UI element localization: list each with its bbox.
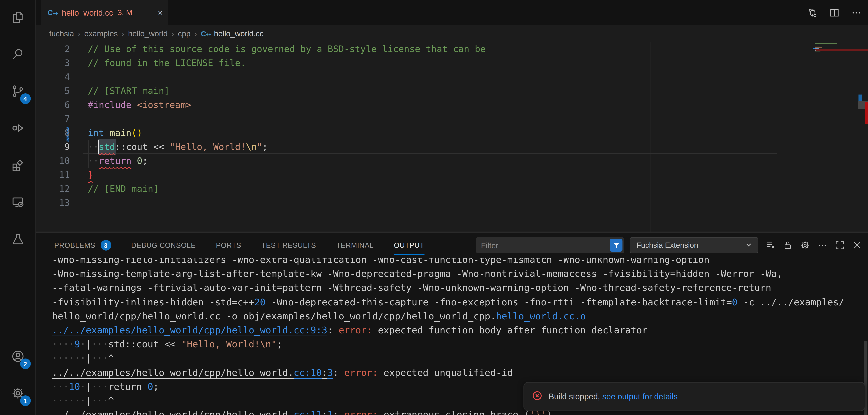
output-token: error:: [344, 409, 378, 415]
activity-explorer[interactable]: [0, 0, 36, 37]
output-token: ···: [91, 339, 108, 350]
breadcrumb-item-cpp[interactable]: cpp: [178, 29, 190, 38]
output-file-link[interactable]: cc:10: [293, 367, 322, 378]
code-token: [131, 156, 137, 166]
tab-hello-world-cc[interactable]: C++ hello_world.cc 3, M ×: [41, 0, 168, 25]
code-token: // [END main]: [88, 184, 159, 194]
code-token: ··: [88, 141, 99, 152]
open-changes-icon[interactable]: [806, 6, 819, 19]
activity-search[interactable]: [0, 37, 36, 74]
output-filter: [476, 237, 624, 253]
panel-tab-label: DEBUG CONSOLE: [131, 241, 196, 250]
output-line: ······|···^: [52, 351, 114, 365]
breadcrumb-item-fuchsia[interactable]: fuchsia: [49, 29, 74, 38]
close-tab-icon[interactable]: ×: [158, 8, 163, 17]
panel-tab-test-results[interactable]: TEST RESULTS: [261, 233, 316, 258]
output-token: ^: [108, 395, 114, 406]
output-token: :: [333, 367, 344, 378]
output-line: ····9·|···std::cout << "Hello, World!\n"…: [52, 338, 282, 352]
files-icon: [10, 10, 25, 27]
output-file-link[interactable]: cc:11: [293, 409, 322, 415]
output-file-link[interactable]: :: [322, 367, 328, 378]
code-line-13[interactable]: 13: [36, 196, 868, 210]
editor-group: C++ hello_world.cc 3, M × fuchsia›exampl…: [36, 0, 868, 415]
output-token: ···: [52, 381, 69, 392]
extensions-icon: [10, 158, 25, 174]
code-line-4[interactable]: 4: [36, 70, 868, 84]
code-token: main: [110, 128, 131, 138]
output-token: --fatal-warnings -ftrivial-auto-var-init…: [52, 282, 771, 293]
gear-icon[interactable]: [799, 239, 811, 252]
panel-tab-label: OUTPUT: [394, 241, 424, 250]
output-token: ·: [80, 339, 86, 350]
panel-tab-problems[interactable]: PROBLEMS3: [54, 233, 111, 258]
code-line-3[interactable]: 3// found in the LICENSE file.: [36, 56, 868, 70]
output-line: ······|···^: [52, 394, 114, 408]
breadcrumb-item-hello_world.cc[interactable]: C++hello_world.cc: [201, 29, 264, 38]
panel-tab-ports[interactable]: PORTS: [216, 233, 241, 258]
code-token: [131, 100, 137, 110]
output-file-link[interactable]: 1: [328, 409, 333, 415]
code-token: ··: [88, 156, 99, 166]
tab-decoration: 3, M: [118, 8, 132, 17]
activity-settings[interactable]: 1: [0, 376, 36, 413]
maximize-panel-icon[interactable]: [833, 239, 846, 252]
output-line: ···10·|···return 0;: [52, 380, 159, 394]
activity-testing[interactable]: [0, 222, 36, 258]
scm-badge: 4: [20, 93, 31, 104]
code-line-12[interactable]: 12// [END main]: [36, 182, 868, 196]
output-file-link[interactable]: 3: [328, 367, 333, 378]
code-line-11[interactable]: 11}: [36, 168, 868, 182]
clear-output-icon[interactable]: [764, 239, 776, 252]
panel-tab-output[interactable]: OUTPUT: [394, 233, 424, 258]
activity-remote-explorer[interactable]: [0, 185, 36, 222]
panel-tab-terminal[interactable]: TERMINAL: [336, 233, 374, 258]
activity-run-debug[interactable]: [0, 111, 36, 148]
more-icon[interactable]: [816, 239, 828, 252]
code-token: \n: [246, 141, 257, 152]
code-token: <iostream>: [137, 100, 191, 110]
output-file-link[interactable]: ../../examples/hello_world/cpp/hello_wor…: [52, 324, 328, 336]
split-editor-icon[interactable]: [828, 6, 841, 19]
unlock-icon[interactable]: [781, 239, 794, 252]
output-token: |: [86, 381, 91, 392]
code-line-9[interactable]: 9··std::cout << "Hello, World!\n";: [36, 140, 868, 154]
code-line-6[interactable]: 6#include <iostream>: [36, 98, 868, 112]
output-channel-select[interactable]: Fuchsia Extension: [630, 237, 758, 253]
code-token: ": [257, 141, 262, 152]
activity-extensions[interactable]: [0, 148, 36, 185]
activity-bar: 4 2 1: [0, 0, 36, 415]
breadcrumb-item-hello_world[interactable]: hello_world: [128, 29, 167, 38]
filter-input[interactable]: [476, 241, 624, 250]
code-editor[interactable]: 2// Use of this source code is governed …: [36, 42, 868, 232]
panel-tab-debug-console[interactable]: DEBUG CONSOLE: [131, 233, 196, 258]
tab-label: hello_world.cc: [62, 8, 113, 17]
code-line-7[interactable]: 7: [36, 112, 868, 126]
output-channel-value: Fuchsia Extension: [637, 241, 698, 250]
output-line: -fvisibility-inlines-hidden -std=c++20 -…: [52, 295, 844, 309]
activity-source-control[interactable]: 4: [0, 74, 36, 111]
close-panel-icon[interactable]: [851, 239, 863, 252]
chevron-down-icon: [744, 240, 753, 250]
activity-accounts[interactable]: 2: [0, 339, 36, 376]
code-token: #include: [88, 100, 131, 110]
output-line: -Wno-missing-field-initializers -Wno-ext…: [52, 258, 709, 267]
vscode-window: 4 2 1: [0, 0, 868, 415]
code-text: #include <iostream>: [88, 98, 191, 112]
output-token: -Wno-missing-template-arg-list-after-tem…: [52, 268, 782, 279]
notification-toast[interactable]: Build stopped, see output for details: [524, 382, 865, 411]
output-file-link[interactable]: hello_world.cc.o: [496, 310, 586, 321]
code-line-5[interactable]: 5// [START main]: [36, 84, 868, 98]
line-number: 3: [36, 56, 70, 70]
filter-icon[interactable]: [610, 239, 622, 252]
output-file-link[interactable]: ../../examples/hello_world/cpp/hello_wor…: [52, 367, 293, 378]
code-line-2[interactable]: 2// Use of this source code is governed …: [36, 42, 868, 56]
code-line-10[interactable]: 10··return 0;: [36, 154, 868, 168]
notification-link[interactable]: see output for details: [602, 392, 678, 401]
output-file-link[interactable]: ../../examples/hello_world/cpp/hello_wor…: [52, 409, 293, 415]
more-actions-icon[interactable]: [850, 6, 862, 19]
code-line-8[interactable]: 8int main(): [36, 126, 868, 140]
output-file-link[interactable]: :: [322, 409, 328, 415]
breadcrumb-item-examples[interactable]: examples: [84, 29, 118, 38]
panel-controls: Fuchsia Extension: [476, 237, 868, 253]
